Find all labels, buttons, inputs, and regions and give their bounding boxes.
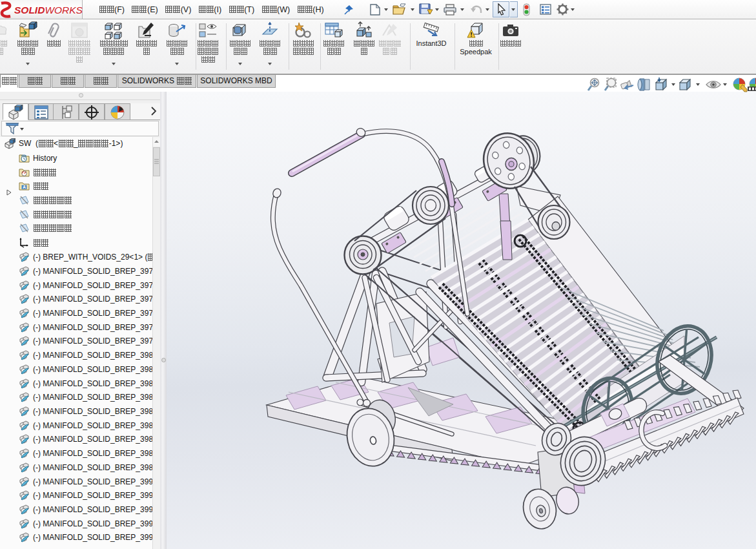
svg-text:SOLIDWORKS: SOLIDWORKS [14, 5, 83, 16]
svg-text:A: A [23, 185, 26, 189]
